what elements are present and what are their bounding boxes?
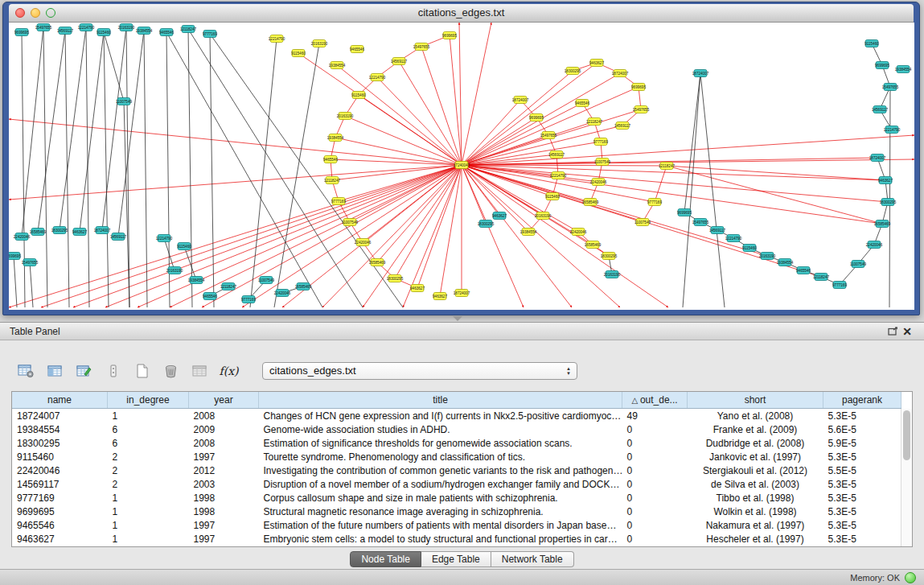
graph-node[interactable]: 14569117 [614, 122, 631, 130]
graph-node[interactable]: 9777169 [832, 282, 847, 289]
graph-node[interactable]: 16585469 [582, 199, 599, 206]
graph-node[interactable]: 9699695 [631, 84, 646, 91]
graph-node[interactable]: 11007549 [342, 219, 359, 226]
graph-node[interactable]: 19384554 [777, 259, 794, 266]
table-row[interactable]: 2242004622012Investigating the contribut… [12, 463, 901, 477]
graph-node[interactable]: 18300295 [478, 220, 495, 228]
graph-node[interactable]: 18300295 [387, 275, 404, 282]
graph-node[interactable]: 15497655 [633, 106, 650, 113]
graph-node[interactable]: 14569117 [872, 106, 889, 113]
graph-node[interactable]: 9699695 [442, 32, 457, 39]
graph-node[interactable]: 16585469 [30, 229, 47, 236]
graph-node[interactable]: 14569117 [391, 58, 408, 65]
graph-node[interactable]: 9463627 [492, 212, 507, 220]
show-column-settings-button[interactable] [14, 360, 38, 381]
graph-node[interactable]: 19384554 [188, 277, 205, 284]
edit-cells-button[interactable] [72, 360, 96, 381]
tab-edge-table[interactable]: Edge Table [421, 551, 491, 567]
graph-node[interactable]: 12118247 [813, 274, 830, 281]
row-selector-button[interactable] [101, 360, 125, 381]
graph-node[interactable]: 9463627 [589, 60, 604, 67]
graph-node[interactable]: 18724007 [612, 70, 629, 77]
graph-node[interactable]: 9777169 [331, 198, 346, 205]
graph-node[interactable]: 9465546 [796, 267, 811, 274]
window-minimize-button[interactable] [31, 8, 40, 18]
graph-node[interactable]: 9777169 [593, 138, 608, 146]
graph-node[interactable]: 16585469 [874, 220, 891, 228]
graph-node[interactable]: 20163190 [337, 113, 354, 120]
graph-node[interactable]: 14569117 [110, 233, 127, 241]
graph-node[interactable]: 20163190 [535, 212, 552, 220]
graph-node[interactable]: 15497655 [413, 43, 430, 51]
graph-node[interactable]: 9115460 [351, 92, 366, 99]
splitter-handle[interactable] [453, 316, 462, 321]
graph-node[interactable]: 16585469 [369, 259, 386, 266]
graph-node[interactable]: 15497655 [35, 24, 52, 31]
graph-node[interactable]: 18724007 [869, 154, 886, 162]
table-select[interactable]: citations_edges.txt ▲▼ [262, 362, 577, 380]
graph-node[interactable]: 22420046 [570, 229, 587, 236]
table-row[interactable]: 1938455462009Genome-wide association stu… [12, 422, 901, 436]
graph-node[interactable]: 12214790 [550, 172, 567, 179]
graph-node[interactable]: 9777169 [647, 199, 662, 206]
column-header-in_degree[interactable]: in_degree [108, 392, 189, 409]
graph-node[interactable]: 9699695 [677, 209, 692, 216]
graph-node[interactable]: 18724007 [692, 70, 709, 77]
graph-node[interactable]: 15497655 [692, 219, 709, 226]
graph-node[interactable]: 9465546 [575, 100, 589, 107]
graph-node[interactable]: 9115460 [177, 243, 191, 250]
function-builder-button[interactable]: f(x) [217, 360, 240, 381]
graph-node[interactable]: 9699695 [9, 253, 21, 260]
table-vertical-scrollbar[interactable] [901, 409, 912, 546]
import-table-button[interactable] [188, 360, 211, 381]
graph-node[interactable]: 18724007 [512, 97, 529, 104]
graph-node[interactable]: 9699695 [14, 29, 29, 36]
delete-column-button[interactable] [159, 360, 183, 381]
graph-node[interactable]: 17240047 [454, 162, 470, 169]
window-close-button[interactable] [15, 8, 25, 18]
column-header-name[interactable]: name [12, 392, 108, 409]
graph-node[interactable]: 12214790 [78, 24, 95, 31]
column-header-year[interactable]: year [189, 392, 259, 409]
graph-node[interactable]: 9465546 [323, 156, 338, 163]
scrollbar-thumb[interactable] [903, 410, 910, 460]
graph-node[interactable]: 9463627 [72, 229, 87, 236]
graph-node[interactable]: 22420046 [355, 239, 372, 246]
graph-node[interactable]: 19384554 [895, 66, 912, 73]
graph-node[interactable]: 18300295 [51, 227, 68, 234]
graph-node[interactable]: 15497655 [540, 132, 557, 139]
graph-node[interactable]: 14569117 [709, 227, 726, 234]
graph-node[interactable]: 9465546 [159, 29, 174, 36]
graph-node[interactable]: 12214790 [269, 35, 285, 43]
column-selector-button[interactable] [43, 360, 67, 381]
graph-node[interactable]: 11007549 [258, 277, 275, 284]
window-zoom-button[interactable] [46, 8, 55, 18]
graph-node[interactable]: 22420046 [14, 233, 31, 241]
graph-node[interactable]: 20163190 [166, 267, 183, 274]
graph-node[interactable]: 18300295 [880, 199, 897, 206]
graph-node[interactable]: 15497655 [22, 259, 39, 266]
graph-node[interactable]: 9465546 [203, 293, 217, 300]
table-row[interactable]: 969969511998Structural magnetic resonanc… [12, 505, 901, 518]
table-row[interactable]: 946362711997Embryonic stem cells: a mode… [12, 532, 901, 546]
graph-node[interactable]: 9115460 [97, 29, 111, 36]
graph-node[interactable]: 14569117 [57, 27, 74, 35]
graph-node[interactable]: 15497655 [882, 84, 899, 91]
graph-node[interactable]: 9777169 [241, 296, 256, 303]
tab-node-table[interactable]: Node Table [350, 551, 421, 567]
tab-network-table[interactable]: Network Table [491, 551, 574, 567]
graph-node[interactable]: 19384554 [327, 134, 344, 142]
graph-node[interactable]: 12118247 [659, 163, 676, 170]
graph-node[interactable]: 11007549 [594, 159, 611, 166]
table-row[interactable]: 1830029562008Estimation of significance … [12, 436, 901, 450]
graph-node[interactable]: 9463627 [878, 177, 893, 184]
table-row[interactable]: 1872400712008Changes of HCN gene express… [12, 409, 901, 423]
graph-node[interactable]: 18300295 [565, 68, 581, 75]
graph-node[interactable]: 20163190 [118, 24, 135, 31]
graph-node[interactable]: 9463627 [410, 285, 425, 292]
graph-node[interactable]: 9115460 [864, 40, 879, 47]
graph-node[interactable]: 14569117 [548, 151, 565, 159]
graph-node[interactable]: 9699695 [529, 114, 544, 122]
graph-node[interactable]: 16585469 [295, 283, 312, 290]
graph-node[interactable]: 20163190 [311, 40, 328, 47]
